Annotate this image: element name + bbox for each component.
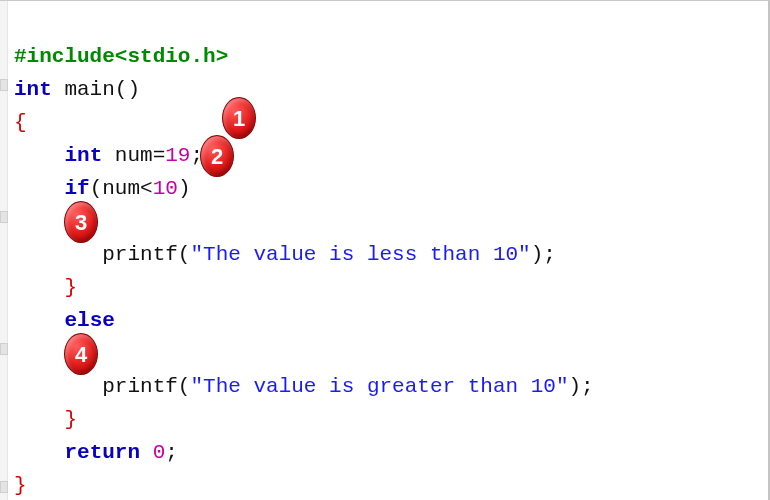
kw-int: int [64, 144, 102, 167]
brace-close: } [64, 408, 77, 431]
paren-close: ); [569, 375, 594, 398]
fold-marker [0, 343, 8, 355]
fold-marker [0, 481, 8, 493]
paren-open: ( [178, 243, 191, 266]
indent [14, 177, 64, 200]
space [140, 441, 153, 464]
gutter [0, 1, 8, 500]
paren-close: ); [531, 243, 556, 266]
semicolon: ; [165, 441, 178, 464]
code-block: #include<stdio.h> int main() { int num=1… [14, 7, 594, 500]
kw-if: if [64, 177, 89, 200]
cond-open: (num< [90, 177, 153, 200]
indent [14, 144, 64, 167]
indent [14, 375, 102, 398]
brace-close: } [14, 474, 27, 497]
fold-marker [0, 211, 8, 223]
brace-open: { [14, 111, 27, 134]
code-editor-frame: #include<stdio.h> int main() { int num=1… [0, 0, 770, 500]
indent [14, 408, 64, 431]
brace-open: { [64, 342, 77, 365]
fn-printf: printf [102, 375, 178, 398]
preprocessor-include: #include [14, 45, 115, 68]
header-name: <stdio.h> [115, 45, 228, 68]
var-decl: num= [102, 144, 165, 167]
fold-marker [0, 79, 8, 91]
indent [14, 243, 102, 266]
kw-int: int [14, 78, 52, 101]
cond-close: ) [178, 177, 191, 200]
paren: () [115, 78, 140, 101]
indent [14, 342, 64, 365]
indent [14, 276, 64, 299]
indent [14, 309, 64, 332]
literal-19: 19 [165, 144, 190, 167]
brace-close: } [64, 276, 77, 299]
string-literal-greater: "The value is greater than 10" [190, 375, 568, 398]
indent [14, 210, 64, 233]
fn-printf: printf [102, 243, 178, 266]
literal-0: 0 [153, 441, 166, 464]
literal-10: 10 [153, 177, 178, 200]
semicolon: ; [190, 144, 203, 167]
paren-open: ( [178, 375, 191, 398]
kw-else: else [64, 309, 114, 332]
string-literal-less: "The value is less than 10" [190, 243, 530, 266]
indent [14, 441, 64, 464]
kw-return: return [64, 441, 140, 464]
brace-open: { [64, 210, 77, 233]
fn-main: main [52, 78, 115, 101]
